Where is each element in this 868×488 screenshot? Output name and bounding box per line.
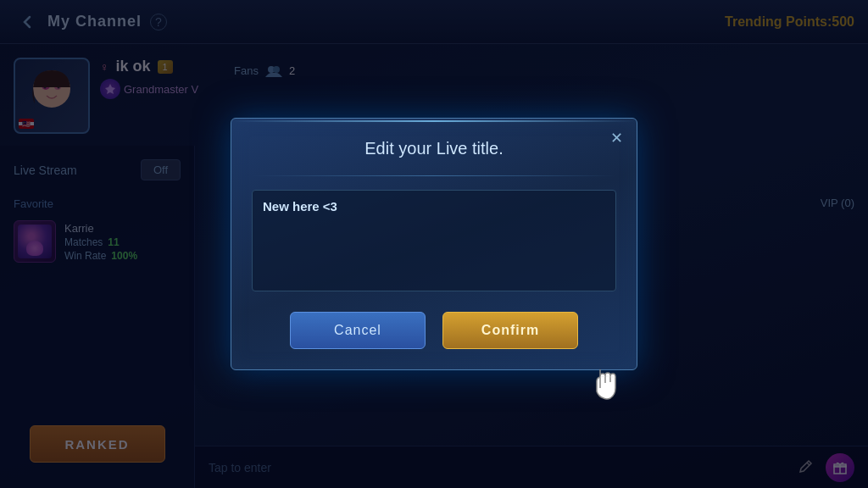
modal-buttons: Cancel Confirm	[252, 312, 616, 349]
modal-divider	[252, 175, 616, 176]
cancel-button[interactable]: Cancel	[290, 312, 426, 349]
modal-title: Edit your Live title.	[252, 139, 616, 158]
modal-close-button[interactable]: ✕	[610, 130, 623, 146]
live-title-input[interactable]	[252, 190, 616, 291]
modal-overlay: Edit your Live title. ✕ Cancel Confirm	[0, 0, 868, 488]
confirm-button[interactable]: Confirm	[442, 312, 578, 349]
edit-title-modal: Edit your Live title. ✕ Cancel Confirm	[231, 118, 637, 370]
